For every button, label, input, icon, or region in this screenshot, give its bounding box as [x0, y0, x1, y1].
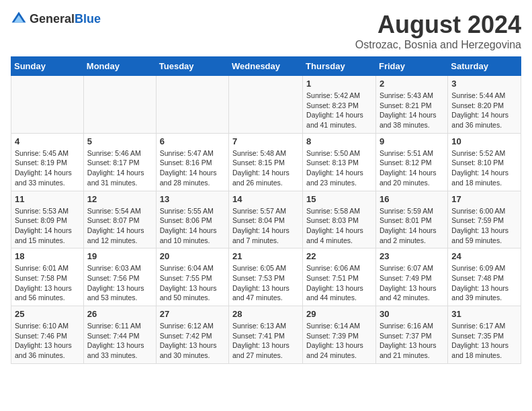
- day-cell: [229, 76, 303, 134]
- logo-blue-text: Blue: [75, 12, 101, 26]
- day-cell: 19Sunrise: 6:03 AM Sunset: 7:56 PM Dayli…: [83, 248, 156, 306]
- week-row-1: 1Sunrise: 5:42 AM Sunset: 8:23 PM Daylig…: [11, 76, 521, 134]
- location-subtitle: Ostrozac, Bosnia and Herzegovina: [355, 39, 521, 51]
- day-info: Sunrise: 5:47 AM Sunset: 8:16 PM Dayligh…: [160, 148, 225, 188]
- day-number: 12: [87, 194, 152, 204]
- day-info: Sunrise: 5:42 AM Sunset: 8:23 PM Dayligh…: [306, 91, 372, 130]
- day-info: Sunrise: 6:06 AM Sunset: 7:51 PM Dayligh…: [306, 263, 372, 303]
- day-cell: 26Sunrise: 6:11 AM Sunset: 7:44 PM Dayli…: [83, 306, 156, 364]
- day-cell: 18Sunrise: 6:01 AM Sunset: 7:58 PM Dayli…: [11, 248, 84, 306]
- day-info: Sunrise: 5:53 AM Sunset: 8:09 PM Dayligh…: [15, 206, 80, 246]
- title-area: August 2024 Ostrozac, Bosnia and Herzego…: [355, 11, 521, 51]
- day-cell: 25Sunrise: 6:10 AM Sunset: 7:46 PM Dayli…: [11, 306, 84, 364]
- day-info: Sunrise: 5:59 AM Sunset: 8:01 PM Dayligh…: [380, 206, 444, 246]
- day-cell: 8Sunrise: 5:50 AM Sunset: 8:13 PM Daylig…: [303, 133, 376, 191]
- day-info: Sunrise: 6:16 AM Sunset: 7:37 PM Dayligh…: [380, 321, 444, 361]
- day-info: Sunrise: 6:14 AM Sunset: 7:39 PM Dayligh…: [306, 321, 372, 361]
- day-info: Sunrise: 6:10 AM Sunset: 7:46 PM Dayligh…: [15, 321, 80, 361]
- weekday-header-tuesday: Tuesday: [156, 57, 228, 76]
- day-info: Sunrise: 6:13 AM Sunset: 7:41 PM Dayligh…: [232, 321, 299, 361]
- day-number: 16: [380, 194, 444, 204]
- day-number: 26: [87, 309, 152, 319]
- day-number: 19: [87, 251, 152, 261]
- day-cell: 23Sunrise: 6:07 AM Sunset: 7:49 PM Dayli…: [375, 248, 447, 306]
- calendar-table: SundayMondayTuesdayWednesdayThursdayFrid…: [11, 56, 521, 364]
- weekday-header-sunday: Sunday: [11, 57, 84, 76]
- week-row-5: 25Sunrise: 6:10 AM Sunset: 7:46 PM Dayli…: [11, 306, 521, 364]
- week-row-2: 4Sunrise: 5:45 AM Sunset: 8:19 PM Daylig…: [11, 133, 521, 191]
- logo-general-text: General: [30, 12, 75, 26]
- day-cell: [156, 76, 228, 134]
- day-info: Sunrise: 5:43 AM Sunset: 8:21 PM Dayligh…: [380, 91, 444, 130]
- day-cell: 29Sunrise: 6:14 AM Sunset: 7:39 PM Dayli…: [303, 306, 376, 364]
- day-info: Sunrise: 5:52 AM Sunset: 8:10 PM Dayligh…: [451, 148, 517, 188]
- day-info: Sunrise: 5:45 AM Sunset: 8:19 PM Dayligh…: [15, 148, 80, 188]
- day-number: 6: [160, 136, 225, 146]
- day-cell: 27Sunrise: 6:12 AM Sunset: 7:42 PM Dayli…: [156, 306, 228, 364]
- day-info: Sunrise: 5:58 AM Sunset: 8:03 PM Dayligh…: [306, 206, 372, 246]
- day-cell: 31Sunrise: 6:17 AM Sunset: 7:35 PM Dayli…: [448, 306, 521, 364]
- day-cell: 20Sunrise: 6:04 AM Sunset: 7:55 PM Dayli…: [156, 248, 228, 306]
- week-row-3: 11Sunrise: 5:53 AM Sunset: 8:09 PM Dayli…: [11, 191, 521, 248]
- day-number: 27: [160, 309, 225, 319]
- day-number: 22: [306, 251, 372, 261]
- day-cell: 7Sunrise: 5:48 AM Sunset: 8:15 PM Daylig…: [229, 133, 303, 191]
- day-info: Sunrise: 6:00 AM Sunset: 7:59 PM Dayligh…: [451, 206, 517, 246]
- day-info: Sunrise: 6:09 AM Sunset: 7:48 PM Dayligh…: [451, 263, 517, 303]
- day-cell: 10Sunrise: 5:52 AM Sunset: 8:10 PM Dayli…: [448, 133, 521, 191]
- day-number: 17: [451, 194, 517, 204]
- day-number: 9: [380, 136, 444, 146]
- day-number: 7: [232, 136, 299, 146]
- day-info: Sunrise: 5:55 AM Sunset: 8:06 PM Dayligh…: [160, 206, 225, 246]
- day-number: 28: [232, 309, 299, 319]
- day-number: 14: [232, 194, 299, 204]
- day-number: 13: [160, 194, 225, 204]
- day-cell: 21Sunrise: 6:05 AM Sunset: 7:53 PM Dayli…: [229, 248, 303, 306]
- day-info: Sunrise: 6:04 AM Sunset: 7:55 PM Dayligh…: [160, 263, 225, 303]
- day-number: 8: [306, 136, 372, 146]
- day-cell: 4Sunrise: 5:45 AM Sunset: 8:19 PM Daylig…: [11, 133, 84, 191]
- day-info: Sunrise: 6:03 AM Sunset: 7:56 PM Dayligh…: [87, 263, 152, 303]
- day-cell: 16Sunrise: 5:59 AM Sunset: 8:01 PM Dayli…: [375, 191, 447, 248]
- day-number: 10: [451, 136, 517, 146]
- day-info: Sunrise: 6:12 AM Sunset: 7:42 PM Dayligh…: [160, 321, 225, 361]
- logo: GeneralBlue: [11, 11, 101, 27]
- day-info: Sunrise: 5:50 AM Sunset: 8:13 PM Dayligh…: [306, 148, 372, 188]
- day-info: Sunrise: 5:44 AM Sunset: 8:20 PM Dayligh…: [451, 91, 517, 130]
- day-cell: [11, 76, 84, 134]
- day-number: 1: [306, 79, 372, 89]
- weekday-header-row: SundayMondayTuesdayWednesdayThursdayFrid…: [11, 57, 521, 76]
- page-header: GeneralBlue August 2024 Ostrozac, Bosnia…: [11, 11, 521, 51]
- weekday-header-thursday: Thursday: [303, 57, 376, 76]
- weekday-header-saturday: Saturday: [448, 57, 521, 76]
- day-number: 5: [87, 136, 152, 146]
- day-cell: 14Sunrise: 5:57 AM Sunset: 8:04 PM Dayli…: [229, 191, 303, 248]
- day-number: 2: [380, 79, 444, 89]
- day-cell: 17Sunrise: 6:00 AM Sunset: 7:59 PM Dayli…: [448, 191, 521, 248]
- weekday-header-monday: Monday: [83, 57, 156, 76]
- day-cell: [83, 76, 156, 134]
- day-info: Sunrise: 6:01 AM Sunset: 7:58 PM Dayligh…: [15, 263, 80, 303]
- day-info: Sunrise: 5:48 AM Sunset: 8:15 PM Dayligh…: [232, 148, 299, 188]
- day-number: 20: [160, 251, 225, 261]
- day-info: Sunrise: 6:17 AM Sunset: 7:35 PM Dayligh…: [451, 321, 517, 361]
- logo-icon: [11, 11, 27, 27]
- day-number: 23: [380, 251, 444, 261]
- day-cell: 6Sunrise: 5:47 AM Sunset: 8:16 PM Daylig…: [156, 133, 228, 191]
- day-info: Sunrise: 6:11 AM Sunset: 7:44 PM Dayligh…: [87, 321, 152, 361]
- month-year-title: August 2024: [355, 11, 521, 39]
- weekday-header-wednesday: Wednesday: [229, 57, 303, 76]
- day-info: Sunrise: 5:51 AM Sunset: 8:12 PM Dayligh…: [380, 148, 444, 188]
- day-cell: 5Sunrise: 5:46 AM Sunset: 8:17 PM Daylig…: [83, 133, 156, 191]
- day-number: 24: [451, 251, 517, 261]
- day-number: 18: [15, 251, 80, 261]
- day-info: Sunrise: 5:57 AM Sunset: 8:04 PM Dayligh…: [232, 206, 299, 246]
- day-cell: 22Sunrise: 6:06 AM Sunset: 7:51 PM Dayli…: [303, 248, 376, 306]
- day-number: 15: [306, 194, 372, 204]
- day-number: 3: [451, 79, 517, 89]
- day-number: 30: [380, 309, 444, 319]
- day-cell: 13Sunrise: 5:55 AM Sunset: 8:06 PM Dayli…: [156, 191, 228, 248]
- day-number: 11: [15, 194, 80, 204]
- day-number: 29: [306, 309, 372, 319]
- day-cell: 28Sunrise: 6:13 AM Sunset: 7:41 PM Dayli…: [229, 306, 303, 364]
